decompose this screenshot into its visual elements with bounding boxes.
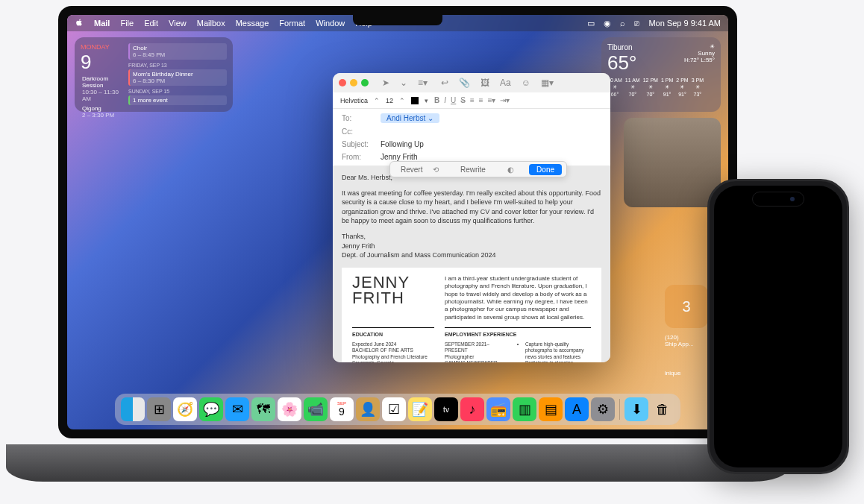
minimize-button[interactable] [350, 79, 357, 86]
from-field[interactable]: Jenny Frith [381, 153, 417, 161]
battery-icon[interactable]: ▭ [587, 19, 595, 28]
bold-icon[interactable]: B [434, 96, 439, 104]
weather-widget[interactable]: Tiburon 65° ☀ Sunny H:72° L:55° 10 AM☀66… [601, 37, 721, 112]
podcasts-icon[interactable]: 📻 [486, 397, 510, 421]
calendar-session: Darkroom Session 10:30 – 11:30 AM [81, 74, 125, 104]
attach-icon[interactable]: 📎 [459, 78, 470, 88]
weather-location: Tiburon [607, 43, 636, 51]
calendar-session: Qigong 2 – 3:30 PM [81, 104, 125, 120]
menu-window[interactable]: Window [316, 19, 345, 28]
chevron-icon[interactable]: ⌃ [374, 97, 380, 104]
cv-emp-left: SEPTEMBER 2021–PRESENT Photographer CAMP… [445, 341, 512, 362]
calendar-day-number: 9 [81, 51, 125, 74]
maps-icon[interactable]: 🗺 [251, 397, 275, 421]
mail-icon[interactable]: ✉ [225, 397, 249, 421]
close-button[interactable] [339, 79, 346, 86]
format-icon[interactable]: Aa [500, 78, 511, 88]
keynote-icon[interactable]: ▤ [539, 397, 563, 421]
from-label: From: [342, 153, 373, 161]
recipient-token[interactable]: Andi Herbst ⌄ [381, 113, 439, 123]
header-fields-icon[interactable]: ≡▾ [418, 78, 428, 88]
italic-icon[interactable]: I [444, 96, 446, 104]
downloads-icon[interactable]: ⬇ [624, 397, 648, 421]
align-icon[interactable]: ≡ [479, 96, 483, 104]
to-label: To: [342, 114, 373, 122]
safari-icon[interactable]: 🧭 [173, 397, 197, 421]
contacts-icon[interactable]: 👤 [356, 397, 380, 421]
cv-name-last: FRITH [352, 291, 434, 306]
cv-bullets: Capture high-quality photographs to acco… [519, 341, 591, 362]
wifi-icon[interactable]: ◉ [604, 19, 611, 28]
text-color[interactable] [411, 97, 419, 104]
photo-icon[interactable]: 🖼 [480, 78, 489, 88]
finder-icon[interactable] [121, 397, 145, 421]
send-icon[interactable]: ➤ [382, 78, 389, 88]
subject-field[interactable]: Following Up [381, 140, 424, 148]
tv-icon[interactable]: tv [434, 397, 458, 421]
menu-file[interactable]: File [120, 19, 134, 28]
menu-format[interactable]: Format [279, 19, 305, 28]
reply-icon[interactable]: ↩ [441, 78, 448, 88]
window-titlebar[interactable]: ➤ ⌄ ≡▾ ↩ 📎 🖼 Aa ☺ ▦▾ [333, 73, 610, 92]
rewrite-button[interactable]: Rewrite [454, 164, 492, 175]
iphone-device [707, 179, 849, 474]
align-icon[interactable]: ≡ [470, 96, 475, 104]
subject-label: Subject: [342, 140, 373, 148]
emoji-icon[interactable]: ☺ [522, 78, 530, 88]
body-paragraph: It was great meeting for coffee yesterda… [342, 189, 601, 226]
control-center-icon[interactable]: ⎚ [634, 19, 639, 28]
cv-edu-title: EDUCATION [352, 327, 434, 338]
list-icon[interactable]: ≡▾ [488, 96, 496, 104]
appstore-icon[interactable]: A [565, 397, 589, 421]
weather-hilo: H:72° L:55° [684, 57, 715, 63]
trash-icon[interactable]: 🗑 [651, 397, 674, 421]
calendar-event: Choir 6 – 8:45 PM [128, 43, 227, 60]
menu-edit[interactable]: Edit [144, 19, 158, 28]
calendar-icon[interactable]: SEP9 [330, 397, 354, 421]
strike-icon[interactable]: S [460, 96, 466, 104]
launchpad-icon[interactable]: ⊞ [147, 397, 171, 421]
indent-icon[interactable]: ⇥▾ [500, 96, 510, 104]
search-icon[interactable]: ⌕ [620, 19, 625, 28]
menu-app[interactable]: Mail [94, 19, 110, 28]
revert-icon[interactable]: ⟲ [433, 166, 439, 174]
reminders-widget[interactable]: 3 [665, 285, 708, 328]
menubar-datetime[interactable]: Mon Sep 9 9:41 AM [648, 19, 721, 28]
apple-logo-icon[interactable] [75, 18, 84, 28]
chevron-icon[interactable]: ⌃ [399, 97, 405, 104]
iphone-screen[interactable] [714, 186, 842, 467]
settings-icon[interactable]: ⚙ [591, 397, 615, 421]
photos-widget[interactable] [624, 118, 721, 207]
facetime-icon[interactable]: 📹 [304, 397, 328, 421]
calendar-event: 1 more event [128, 95, 227, 105]
chevron-down-icon[interactable]: ▾ [425, 97, 428, 104]
format-bar: Helvetica ⌃ 12 ⌃ ▾ B I U S ≡ ≡ ≡▾ ⇥▾ [333, 92, 610, 109]
zoom-button[interactable] [361, 79, 369, 86]
cv-edu-body: Expected June 2024 BACHELOR OF FINE ARTS… [352, 341, 434, 362]
revert-button[interactable]: Revert [395, 164, 428, 175]
rewrite-icon[interactable]: ◐ [507, 166, 514, 174]
sun-icon: ☀ [684, 43, 715, 50]
font-select[interactable]: Helvetica [340, 97, 368, 104]
mail-body[interactable]: Dear Ms. Herbst, It was great meeting fo… [333, 166, 610, 362]
calendar-widget[interactable]: MONDAY 9 Darkroom Session 10:30 – 11:30 … [75, 37, 233, 112]
menu-message[interactable]: Message [236, 19, 269, 28]
messages-icon[interactable]: 💬 [199, 397, 223, 421]
cv-intro: I am a third-year student undergraduate … [445, 275, 591, 321]
cc-label: Cc: [342, 127, 373, 136]
chevron-down-icon[interactable]: ⌄ [400, 78, 407, 88]
calendar-day-label: MONDAY [81, 43, 125, 51]
reminders-icon[interactable]: ☑ [382, 397, 406, 421]
music-icon[interactable]: ♪ [460, 397, 484, 421]
notes-icon[interactable]: 📝 [408, 397, 432, 421]
menu-mailbox[interactable]: Mailbox [197, 19, 225, 28]
camera-icon [790, 197, 795, 201]
done-button[interactable]: Done [529, 164, 562, 175]
photos-icon[interactable]: 🌸 [278, 397, 301, 421]
numbers-icon[interactable]: ▥ [513, 397, 536, 421]
menu-view[interactable]: View [169, 19, 187, 28]
cv-attachment[interactable]: JENNY FRITH I am a third-year student un… [342, 268, 601, 362]
size-select[interactable]: 12 [386, 97, 393, 104]
insert-icon[interactable]: ▦▾ [541, 78, 554, 88]
underline-icon[interactable]: U [451, 96, 456, 104]
